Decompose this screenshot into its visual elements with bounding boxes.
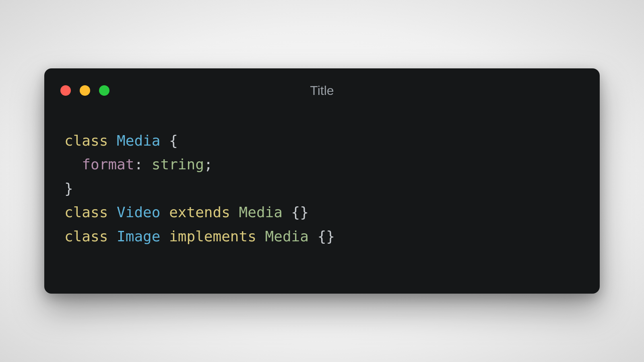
code-token-punct: {} xyxy=(291,204,309,220)
code-line: class Image implements Media {} xyxy=(64,224,580,248)
window-titlebar: Title xyxy=(44,68,600,113)
code-token-space xyxy=(309,228,318,245)
maximize-icon[interactable] xyxy=(99,85,109,96)
code-token-typename: Media xyxy=(239,204,283,220)
code-editor[interactable]: class Media { format: string;}class Vide… xyxy=(44,113,600,294)
code-line: } xyxy=(64,177,580,200)
code-token-space xyxy=(256,228,265,245)
code-token-space xyxy=(283,204,291,220)
code-token-space xyxy=(160,132,169,149)
code-token-keyword: extends xyxy=(169,204,230,220)
code-token-punct: : xyxy=(134,156,143,173)
code-token-keyword: class xyxy=(64,228,108,245)
code-token-space xyxy=(143,156,152,173)
code-token-space xyxy=(108,228,117,245)
code-token-space xyxy=(230,204,239,220)
code-token-type: Image xyxy=(117,228,160,245)
code-token-punct: } xyxy=(64,180,73,197)
code-token-punct: {} xyxy=(318,228,335,245)
code-token-space xyxy=(160,204,169,220)
code-token-space xyxy=(160,228,169,245)
minimize-icon[interactable] xyxy=(80,85,90,96)
code-line: class Video extends Media {} xyxy=(64,200,580,224)
code-token-punct: ; xyxy=(204,156,213,173)
code-token-prop: format xyxy=(82,156,134,173)
code-line: class Media { xyxy=(64,129,580,152)
code-token-type: Media xyxy=(117,132,160,149)
code-token-keyword: class xyxy=(64,204,108,220)
code-token-space xyxy=(64,156,82,173)
code-token-space xyxy=(108,132,117,149)
code-token-typename: Media xyxy=(265,228,309,245)
code-token-space xyxy=(108,204,117,220)
code-token-keyword: class xyxy=(64,132,108,149)
code-token-type: Video xyxy=(117,204,160,220)
window-title: Title xyxy=(44,83,600,98)
code-window: Title class Media { format: string;}clas… xyxy=(44,68,600,294)
code-token-typename: string xyxy=(152,156,204,173)
code-token-punct: { xyxy=(169,132,178,149)
traffic-lights xyxy=(60,85,109,96)
code-line: format: string; xyxy=(64,152,580,176)
close-icon[interactable] xyxy=(60,85,71,96)
code-token-keyword: implements xyxy=(169,228,256,245)
